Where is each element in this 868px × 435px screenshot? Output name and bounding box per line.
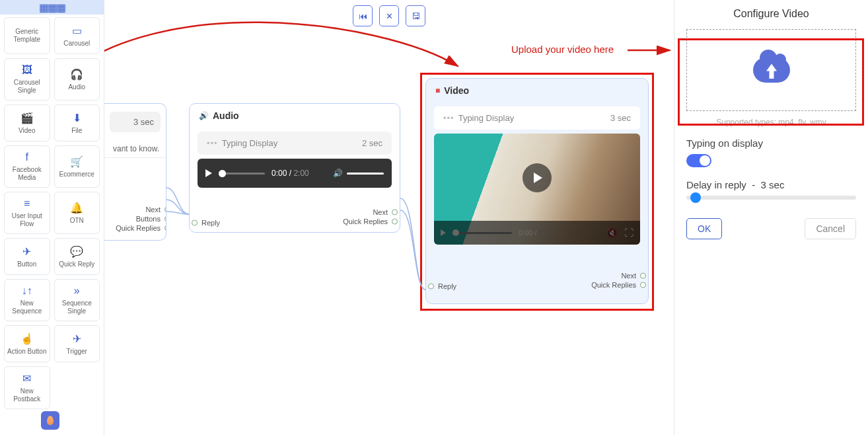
typing-delay: 3 sec	[610, 113, 631, 123]
palette-label: New Postback	[6, 387, 48, 403]
configure-video-panel: Configure Video Supported types: mp4, fl…	[674, 0, 868, 435]
component-palette: ▦▦▦ Generic Template ▭Carousel 🖼Carousel…	[0, 0, 104, 435]
file-icon: ⬇	[73, 112, 81, 124]
flow-canvas[interactable]: ⏮ ✕ 🖫 3 sec vant to know. Next Buttons Q…	[104, 0, 674, 435]
typing-label: Typing Display	[222, 138, 278, 148]
palette-label: Sequence Single	[56, 299, 98, 315]
fullscreen-icon[interactable]: ⛶	[624, 227, 633, 238]
rewind-icon: ⏮	[359, 11, 367, 21]
palette-label: File	[71, 127, 82, 135]
text-node-partial[interactable]: 3 sec vant to know. Next Buttons Quick R…	[104, 103, 166, 241]
mail-icon: ✉	[22, 372, 31, 385]
palette-label: Facebook Media	[6, 166, 48, 182]
node-title: Video	[444, 85, 469, 96]
cloud-upload-icon	[753, 58, 790, 83]
delay-slider[interactable]	[686, 196, 856, 200]
palette-label: Carousel Single	[6, 79, 48, 95]
grid-icon: ▦▦▦	[39, 1, 65, 14]
palette-item-sequence-single[interactable]: »Sequence Single	[54, 279, 100, 321]
fit-button[interactable]: ✕	[379, 5, 399, 26]
palette-grid: Generic Template ▭Carousel 🖼Carousel Sin…	[0, 15, 104, 412]
palette-item-quick-reply[interactable]: 💬Quick Reply	[54, 238, 100, 275]
palette-label: Carousel	[63, 40, 90, 48]
palette-label: OTN	[70, 217, 84, 225]
palette-item-file[interactable]: ⬇File	[54, 104, 100, 141]
cancel-button[interactable]: Cancel	[805, 218, 856, 239]
node-header: ■ Video	[426, 79, 648, 102]
port-label: Quick Replies	[116, 224, 161, 232]
palette-item-facebook-media[interactable]: fFacebook Media	[4, 145, 50, 188]
play-overlay[interactable]	[523, 163, 552, 192]
pointer-icon: ☝	[20, 333, 34, 345]
port-next[interactable]: Next	[591, 272, 645, 280]
video-node[interactable]: ■ Video •••Typing Display 3 sec 0:00 / 0…	[425, 78, 649, 304]
upload-dropzone[interactable]	[686, 29, 856, 111]
port-label: Next	[621, 272, 636, 280]
palette-item-otn[interactable]: 🔔OTN	[54, 192, 100, 234]
audio-node[interactable]: 🔊 Audio •••Typing Display 2 sec 0:00 / 2…	[189, 103, 400, 233]
audio-player[interactable]: 0:00 / 2:00 🔊	[198, 159, 392, 188]
palette-label: User Input Flow	[6, 212, 48, 228]
port-label: Quick Replies	[591, 281, 636, 289]
port-quick-replies[interactable]: Quick Replies	[343, 218, 397, 225]
carousel-icon: ▭	[72, 24, 82, 37]
port-buttons[interactable]: Buttons	[116, 215, 166, 223]
palette-item-ecommerce[interactable]: 🛒Ecommerce	[54, 145, 100, 188]
port-next[interactable]: Next	[343, 208, 397, 216]
palette-label: Generic Template	[6, 28, 48, 44]
port-reply[interactable]: Reply	[192, 219, 220, 227]
panel-actions: OK Cancel	[686, 218, 856, 239]
play-icon[interactable]	[205, 169, 212, 177]
typing-toggle[interactable]	[686, 154, 711, 167]
compress-icon: ✕	[386, 11, 393, 21]
port-reply[interactable]: Reply	[429, 282, 456, 290]
back-button[interactable]: ⏮	[353, 5, 373, 26]
volume-control[interactable]: 🔊	[333, 169, 384, 178]
port-next[interactable]: Next	[116, 206, 166, 214]
text-content: vant to know.	[104, 140, 166, 158]
palette-item-trigger[interactable]: ✈Trigger	[54, 325, 100, 362]
video-icon: 🎬	[20, 112, 34, 124]
typing-display-row[interactable]: •••Typing Display 2 sec	[198, 132, 392, 155]
palette-item-generic-template[interactable]: Generic Template	[4, 17, 50, 54]
port-label: Next	[145, 206, 161, 214]
typing-delay-badge: 3 sec	[110, 112, 161, 132]
typing-label: Typing Display	[458, 113, 515, 123]
video-preview[interactable]: 0:00 / 0:21 🔇 ⛶	[434, 134, 640, 245]
palette-item-user-input-flow[interactable]: ≡User Input Flow	[4, 192, 50, 234]
palette-item-carousel-single[interactable]: 🖼Carousel Single	[4, 58, 50, 100]
chat-icon: 💬	[70, 245, 83, 258]
palette-label: Ecommerce	[59, 171, 94, 178]
port-label: Reply	[438, 282, 456, 290]
video-time: 0:00 / 0:21	[519, 229, 553, 237]
save-button[interactable]: 🖫	[406, 5, 425, 26]
video-controls: 0:00 / 0:21 🔇 ⛶	[434, 221, 640, 245]
bell-icon: 🔔	[70, 202, 83, 214]
speaker-icon: 🔊	[333, 169, 343, 178]
palette-header[interactable]: ▦▦▦	[0, 0, 104, 15]
palette-item-new-postback[interactable]: ✉New Postback	[4, 366, 50, 409]
canvas-toolbar: ⏮ ✕ 🖫	[353, 5, 425, 26]
ok-button[interactable]: OK	[686, 218, 722, 239]
palette-item-action-button[interactable]: ☝Action Button	[4, 325, 50, 362]
port-label: Reply	[201, 219, 220, 227]
supported-types: Supported types: mp4, flv, wmv	[686, 118, 856, 127]
port-label: Quick Replies	[343, 218, 388, 225]
palette-item-video[interactable]: 🎬Video	[4, 104, 50, 141]
typing-toggle-label: Typing on display	[686, 138, 856, 149]
audio-scrubber[interactable]	[219, 173, 265, 175]
palette-item-button[interactable]: ✈Button	[4, 238, 50, 275]
port-label: Next	[373, 208, 388, 216]
typing-display-row[interactable]: •••Typing Display 3 sec	[434, 106, 640, 130]
video-scrubber[interactable]	[452, 232, 512, 234]
port-quick-replies[interactable]: Quick Replies	[591, 281, 645, 289]
palette-label: Action Button	[7, 348, 46, 356]
play-icon[interactable]	[441, 229, 446, 236]
palette-item-carousel[interactable]: ▭Carousel	[54, 17, 100, 54]
mute-icon[interactable]: 🔇	[606, 227, 618, 238]
flow-icon: ≡	[24, 198, 30, 210]
palette-item-new-sequence[interactable]: ↓↑New Sequence	[4, 279, 50, 321]
palette-item-audio[interactable]: 🎧Audio	[54, 58, 100, 100]
port-quick-replies[interactable]: Quick Replies	[116, 224, 166, 232]
save-icon: 🖫	[412, 11, 420, 21]
